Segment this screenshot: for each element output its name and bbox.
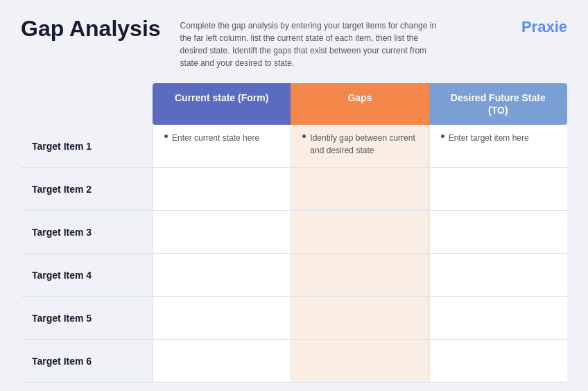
header-empty-cell (21, 83, 153, 125)
title-block: Gap Analysis Complete the gap analysis b… (21, 17, 444, 69)
gaps-cell-5[interactable] (291, 297, 429, 339)
current-cell-5[interactable] (153, 297, 291, 339)
table-row: Target Item 5 (21, 297, 567, 340)
row-label-3: Target Item 3 (21, 211, 153, 253)
row-label-1: Target Item 1 (21, 125, 153, 167)
desired-text-1: Enter target item here (449, 132, 529, 144)
table-row: Target Item 2 (21, 168, 567, 211)
current-cell-2[interactable] (153, 168, 291, 210)
current-cell-6[interactable] (153, 340, 291, 382)
gaps-cell-3[interactable] (291, 211, 429, 253)
desired-cell-4[interactable] (429, 254, 567, 296)
header-current-state: Current state (Form) (153, 83, 291, 125)
current-cell-3[interactable] (153, 211, 291, 253)
gaps-text-1: Identify gap between current and desired… (310, 132, 417, 157)
gaps-cell-4[interactable] (291, 254, 429, 296)
bullet-dot (302, 134, 306, 138)
brand-logo: Praxie (521, 17, 567, 36)
table-header: Current state (Form) Gaps Desired Future… (21, 83, 567, 125)
header-area: Gap Analysis Complete the gap analysis b… (21, 17, 567, 69)
row-label-5: Target Item 5 (21, 297, 153, 339)
bullet-desired-1: Enter target item here (441, 132, 529, 144)
bullet-dot (164, 134, 168, 138)
header-gaps: Gaps (291, 83, 429, 125)
row-label-2: Target Item 2 (21, 168, 153, 210)
description-text: Complete the gap analysis by entering yo… (180, 17, 444, 69)
row-label-4: Target Item 4 (21, 254, 153, 296)
page-wrapper: Gap Analysis Complete the gap analysis b… (0, 0, 588, 391)
table-row: Target Item 1 Enter current state here I… (21, 125, 567, 168)
desired-cell-6[interactable] (429, 340, 567, 382)
table-row: Target Item 4 (21, 254, 567, 297)
table-container: Current state (Form) Gaps Desired Future… (21, 83, 567, 383)
row-label-6: Target Item 6 (21, 340, 153, 382)
table-row: Target Item 6 (21, 340, 567, 383)
gaps-cell-2[interactable] (291, 168, 429, 210)
gaps-cell-6[interactable] (291, 340, 429, 382)
gaps-cell-1[interactable]: Identify gap between current and desired… (291, 125, 429, 167)
table-row: Target Item 3 (21, 211, 567, 254)
desired-cell-2[interactable] (429, 168, 567, 210)
bullet-current-1: Enter current state here (164, 132, 259, 144)
header-desired-state: Desired Future State (TO) (429, 83, 567, 125)
desired-cell-5[interactable] (429, 297, 567, 339)
page-title: Gap Analysis (21, 17, 161, 41)
bullet-gaps-1: Identify gap between current and desired… (302, 132, 417, 157)
current-cell-1[interactable]: Enter current state here (153, 125, 291, 167)
desired-cell-3[interactable] (429, 211, 567, 253)
desired-cell-1[interactable]: Enter target item here (429, 125, 567, 167)
bullet-dot (441, 134, 444, 138)
current-text-1: Enter current state here (172, 132, 259, 144)
current-cell-4[interactable] (153, 254, 291, 296)
table-body: Target Item 1 Enter current state here I… (21, 125, 567, 383)
